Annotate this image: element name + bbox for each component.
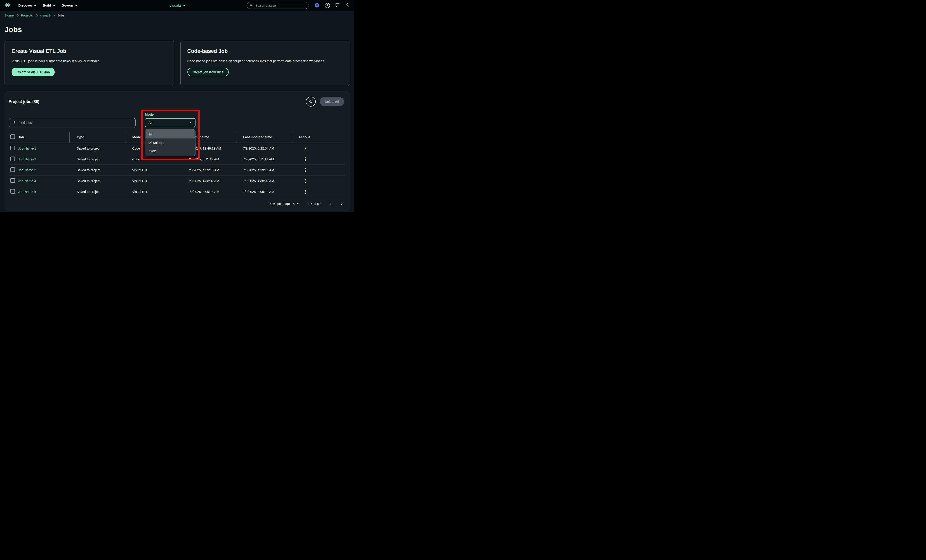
nav-menu-label: Discover <box>18 4 32 7</box>
mode-select-value: All <box>148 121 152 124</box>
app-logo[interactable] <box>5 2 11 9</box>
select-all-checkbox[interactable] <box>11 134 15 139</box>
row-actions-button[interactable]: ⋮ <box>303 168 308 172</box>
rows-per-page-value: 5 <box>293 202 295 205</box>
find-jobs-field[interactable] <box>9 118 136 127</box>
creation-time-cell: 7/9/2025, 4:39:19 AM <box>181 165 236 175</box>
row-checkbox[interactable] <box>11 178 15 183</box>
caret-down-icon <box>297 203 299 204</box>
row-actions-button[interactable]: ⋮ <box>303 190 308 194</box>
app-screen: Discover Build Govern visual3 <box>0 0 354 212</box>
mode-option-visual-etl[interactable]: Visual ETL <box>145 139 195 147</box>
job-mode-cell: Visual ETL <box>125 165 181 175</box>
creation-time-cell: 7/9/2025, 3:09:18 AM <box>181 186 236 197</box>
panel-actions: ↻ Delete (0) <box>306 97 344 107</box>
feedback-button[interactable] <box>335 3 340 8</box>
catalog-search[interactable] <box>247 2 309 9</box>
job-mode-cell: Visual ETL <box>125 186 181 197</box>
table-row: Job-Name-5 Saved to project Visual ETL 7… <box>9 186 345 197</box>
job-type-cell: Saved to project <box>70 154 125 165</box>
panel-header: Project jobs (89) ↻ Delete (0) <box>5 91 350 107</box>
next-page-button[interactable] <box>339 202 343 206</box>
job-link[interactable]: Job-Name-3 <box>18 168 36 172</box>
mode-option-all[interactable]: All <box>145 130 195 139</box>
table-row: Job-Name-3 Saved to project Visual ETL 7… <box>9 165 345 175</box>
chevron-right-icon <box>339 202 343 205</box>
logo-icon <box>5 2 11 9</box>
nav-menu-discover[interactable]: Discover <box>15 0 39 11</box>
rows-per-page-select[interactable]: 5 <box>293 202 299 205</box>
job-link[interactable]: Job-Name-4 <box>18 179 36 183</box>
job-link[interactable]: Job-Name-1 <box>18 146 36 150</box>
col-header-actions: Actions <box>291 132 345 143</box>
pager <box>329 202 343 206</box>
last-modified-cell: 7/9/2025, 4:38:02 AM <box>236 175 291 186</box>
sort-desc-icon: ↓ <box>274 135 276 139</box>
table-footer: Rows per page: 5 1–5 of 89 <box>5 197 350 207</box>
help-icon: ? <box>325 3 330 8</box>
chevron-down-icon <box>182 4 185 6</box>
chevron-right-icon <box>17 14 18 16</box>
last-modified-cell: 7/9/2025, 5:11:19 AM <box>236 154 291 165</box>
row-checkbox[interactable] <box>11 189 15 193</box>
card-description: Visual ETL jobs let you author data flow… <box>12 59 167 63</box>
app-badge-button[interactable] <box>314 2 320 9</box>
user-icon <box>345 3 350 8</box>
job-type-cell: Saved to project <box>70 175 125 186</box>
last-modified-cell: 7/9/2025, 5:22:54 AM <box>236 143 291 154</box>
delete-button[interactable]: Delete (0) <box>320 97 344 106</box>
card-title: Create Visual ETL Job <box>12 48 167 54</box>
row-checkbox[interactable] <box>11 168 15 172</box>
code-based-job-card: Code-based Job Code-based jobs are based… <box>180 41 350 86</box>
breadcrumb-home[interactable]: Home <box>5 14 14 17</box>
prev-page-button[interactable] <box>329 202 333 206</box>
nav-menu-govern[interactable]: Govern <box>58 0 80 11</box>
breadcrumb-current: Jobs <box>57 14 64 17</box>
project-selector-label: visual3 <box>169 4 181 8</box>
breadcrumb-projects[interactable]: Projects <box>21 14 33 17</box>
rows-per-page: Rows per page: 5 <box>268 202 299 205</box>
row-actions-button[interactable]: ⋮ <box>303 157 308 161</box>
job-link[interactable]: Job-Name-5 <box>18 190 36 193</box>
job-type-cell: Saved to project <box>70 143 125 154</box>
help-button[interactable]: ? <box>325 3 330 8</box>
find-jobs-input[interactable] <box>18 121 132 125</box>
col-header-type: Type <box>70 132 125 143</box>
row-checkbox[interactable] <box>11 157 15 161</box>
row-checkbox[interactable] <box>11 146 15 150</box>
pagination-range: 1–5 of 89 <box>307 202 321 205</box>
job-link[interactable]: Job-Name-2 <box>18 157 36 161</box>
nav-menu-build[interactable]: Build <box>39 0 58 11</box>
create-visual-etl-job-button[interactable]: Create Visual ETL Job <box>12 68 55 76</box>
breadcrumb-project-name[interactable]: visual3 <box>40 14 50 17</box>
create-job-cards: Create Visual ETL Job Visual ETL jobs le… <box>5 41 350 86</box>
job-type-cell: Saved to project <box>70 186 125 197</box>
search-icon <box>250 3 253 8</box>
col-header-last-modified[interactable]: Last modified time↓ <box>236 132 291 143</box>
chevron-down-icon <box>53 4 55 6</box>
create-job-from-files-button[interactable]: Create job from files <box>188 68 229 76</box>
search-input[interactable] <box>255 4 306 8</box>
main-content: Jobs Create Visual ETL Job Visual ETL jo… <box>0 25 354 211</box>
row-actions-button[interactable]: ⋮ <box>303 179 308 183</box>
filters-row: Mode All All Visual ETL Code <box>5 113 350 127</box>
hexagon-badge-icon <box>314 2 320 9</box>
feedback-icon <box>335 3 340 8</box>
nav-menu-label: Govern <box>62 4 73 7</box>
topnav-right: ? <box>247 2 350 9</box>
chevron-down-icon <box>74 4 77 6</box>
mode-filter: Mode All All Visual ETL Code <box>145 113 195 127</box>
job-type-cell: Saved to project <box>70 165 125 175</box>
mode-select[interactable]: All <box>145 118 195 127</box>
chevron-right-icon <box>53 14 55 16</box>
page-title: Jobs <box>5 25 350 34</box>
refresh-icon: ↻ <box>309 99 313 104</box>
row-actions-button[interactable]: ⋮ <box>303 146 308 151</box>
panel-title: Project jobs (89) <box>9 100 39 104</box>
project-selector[interactable]: visual3 <box>169 0 185 11</box>
refresh-button[interactable]: ↻ <box>306 97 316 107</box>
user-menu-button[interactable] <box>345 3 350 8</box>
project-jobs-panel: Project jobs (89) ↻ Delete (0) Mode <box>5 91 350 211</box>
mode-option-code[interactable]: Code <box>145 147 195 155</box>
visual-etl-card: Create Visual ETL Job Visual ETL jobs le… <box>5 41 174 86</box>
